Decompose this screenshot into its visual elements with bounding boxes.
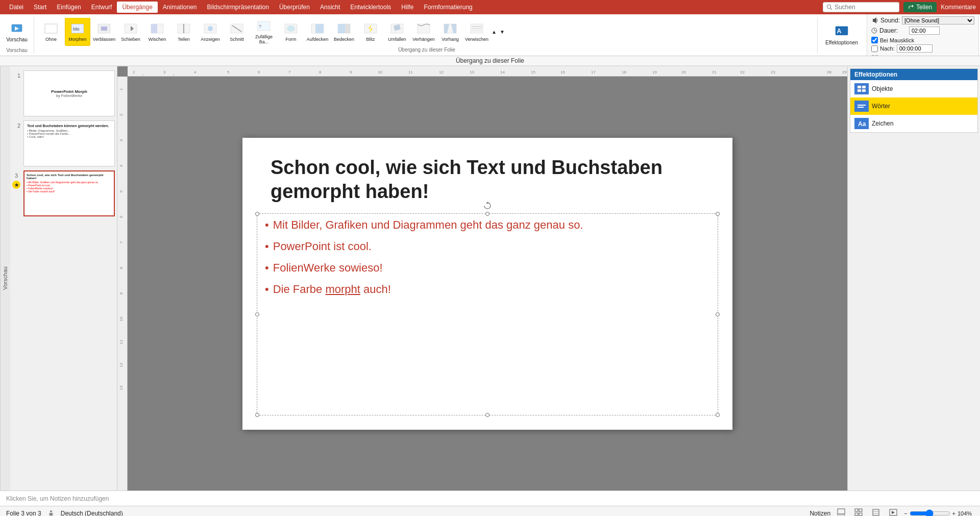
notizen-button[interactable]: Notizen <box>810 510 830 517</box>
slide-thumb-1[interactable]: 1 PowerPoint Morph by FolienWerke <box>12 70 115 116</box>
svg-text:3: 3 <box>163 70 166 75</box>
dauer-input[interactable] <box>909 27 940 35</box>
transition-verhaengen[interactable]: Verhängen <box>411 18 436 46</box>
menu-einfuegen[interactable]: Einfügen <box>52 2 86 13</box>
fall-icon <box>390 21 404 36</box>
nach-checkbox[interactable] <box>871 45 878 52</box>
svg-text:Aa: Aa <box>858 120 866 127</box>
ohne-icon <box>44 21 58 36</box>
slide-title[interactable]: Schon cool, wie sich Text und Buchstaben… <box>271 156 704 204</box>
handle-bl[interactable] <box>255 413 259 417</box>
slide-sorter-button[interactable] <box>852 507 865 516</box>
slide-bullets[interactable]: • Mit Bilder, Grafiken und Diagrammen ge… <box>265 218 710 305</box>
reading-view-button[interactable] <box>869 507 883 516</box>
effect-zeichen[interactable]: Aa Zeichen <box>850 115 977 132</box>
transition-verblassen[interactable]: Verblassen <box>91 18 117 46</box>
menu-ansicht[interactable]: Ansicht <box>315 2 345 13</box>
duration-panel: Nächste Folie Sound: [Ohne Sound] <box>867 14 979 56</box>
handle-mr[interactable] <box>716 312 720 316</box>
cut-icon <box>230 21 244 36</box>
menu-entwickler[interactable]: Entwicklertools <box>345 2 396 13</box>
nach-input[interactable] <box>897 44 933 53</box>
menu-bildschirm[interactable]: Bildschirmpräsentation <box>202 2 274 13</box>
effect-options-panel: Effektoptionen Objekte <box>850 68 978 133</box>
svg-text:10: 10 <box>119 316 124 321</box>
transition-ohne[interactable]: Ohne <box>38 18 64 46</box>
svg-text:9: 9 <box>350 70 352 75</box>
slide-viewport[interactable]: Schon cool, wie sich Text und Buchstaben… <box>128 77 847 490</box>
effektoptionen-button[interactable]: A Effektoptionen <box>824 21 860 50</box>
sound-row: Sound: [Ohne Sound] <box>871 16 974 24</box>
zoom-slider[interactable] <box>910 509 950 517</box>
handle-ml[interactable] <box>255 312 259 316</box>
slide[interactable]: Schon cool, wie sich Text und Buchstaben… <box>242 138 732 430</box>
slide-thumb-2[interactable]: 2 Text und Buchstaben können gemorpht we… <box>12 120 115 166</box>
ribbon-scroll-up[interactable]: ▲ <box>491 29 498 35</box>
slide-img-1[interactable]: PowerPoint Morph by FolienWerke <box>23 70 115 116</box>
effect-objekte[interactable]: Objekte <box>850 80 977 97</box>
transition-anzeigen[interactable]: Anzeigen <box>198 18 223 46</box>
slide-thumb-3[interactable]: 3 ★ Schon cool, wie sich Text und Buchst… <box>12 170 115 216</box>
menu-formformatierung[interactable]: Formformatierung <box>419 2 477 13</box>
transition-form[interactable]: Form <box>278 18 304 46</box>
cover-icon <box>337 21 351 36</box>
bullet-dot-1: • <box>265 218 269 232</box>
transition-aufdecken[interactable]: Aufdecken <box>305 18 330 46</box>
menu-uebergaenge[interactable]: Übergänge <box>117 2 157 13</box>
zoom-area: − + 104% <box>904 509 974 517</box>
svg-line-42 <box>874 31 876 31</box>
transition-schnitt[interactable]: Schnitt <box>224 18 250 46</box>
svg-rect-92 <box>862 89 866 92</box>
handle-bm[interactable] <box>485 413 489 417</box>
transition-teilen[interactable]: Teilen <box>171 18 197 46</box>
woerter-icon <box>854 101 869 112</box>
transition-schieben[interactable]: Schieben <box>118 18 143 46</box>
effect-objekte-label: Objekte <box>872 85 893 92</box>
transition-blitz[interactable]: Blitz <box>358 18 383 46</box>
slideshow-button[interactable] <box>887 507 900 516</box>
drape-icon <box>416 21 431 36</box>
transition-zufaellig[interactable]: ? Zufällige Ba... <box>251 18 277 46</box>
slide-img-2[interactable]: Text und Buchstaben können gemorpht werd… <box>23 120 115 166</box>
menu-ueberpruefen[interactable]: Überprüfen <box>274 2 315 13</box>
nach-row: Nach: <box>871 44 974 53</box>
normal-view-button[interactable] <box>835 507 848 516</box>
menu-datei[interactable]: Datei <box>4 2 29 13</box>
vorschau-button[interactable]: Vorschau <box>4 18 30 46</box>
bei-mausklick-checkbox[interactable] <box>871 37 878 43</box>
kommentare-button[interactable]: Kommentare <box>941 4 976 11</box>
menu-animationen[interactable]: Animationen <box>158 2 202 13</box>
ribbon-scroll-down[interactable]: ▼ <box>499 29 506 35</box>
svg-text:6: 6 <box>119 215 124 218</box>
svg-text:2: 2 <box>119 113 124 116</box>
transition-wischen[interactable]: Wischen <box>144 18 170 46</box>
fade-icon <box>97 21 111 36</box>
search-input[interactable] <box>835 4 896 11</box>
svg-text:A: A <box>837 28 841 35</box>
transition-morphen[interactable]: Mo Morphen <box>65 18 90 46</box>
zoom-out-button[interactable]: − <box>904 510 907 517</box>
handle-br[interactable] <box>716 413 720 417</box>
notes-bar[interactable]: Klicken Sie, um Notizen hinzuzufügen <box>0 490 980 506</box>
svg-text:10: 10 <box>378 70 382 75</box>
menu-hilfe[interactable]: Hilfe <box>396 2 419 13</box>
zoom-in-button[interactable]: + <box>952 510 955 517</box>
sound-select[interactable]: [Ohne Sound] <box>902 16 974 24</box>
transition-vorhang[interactable]: Vorhang <box>437 18 463 46</box>
teilen-button[interactable]: Teilen <box>903 2 937 12</box>
menu-entwurf[interactable]: Entwurf <box>86 2 117 13</box>
handle-tr[interactable] <box>716 212 720 216</box>
effect-woerter[interactable]: Wörter <box>850 97 977 115</box>
transition-verwischen[interactable]: Verwischen <box>464 18 489 46</box>
svg-rect-24 <box>315 24 324 33</box>
transition-bedecken[interactable]: Bedecken <box>331 18 357 46</box>
slide-img-3[interactable]: Schon cool, wie sich Text und Buchstaben… <box>23 170 115 216</box>
handle-tm[interactable] <box>485 212 489 216</box>
uebergang-group-label: Übergang zu dieser Folie <box>38 47 815 53</box>
svg-text:28: 28 <box>827 70 831 75</box>
transition-umfallen[interactable]: Umfallen <box>384 18 410 46</box>
handle-tl[interactable] <box>255 212 259 216</box>
menu-start[interactable]: Start <box>29 2 52 13</box>
svg-text:4: 4 <box>194 70 197 75</box>
svg-rect-102 <box>859 513 862 515</box>
